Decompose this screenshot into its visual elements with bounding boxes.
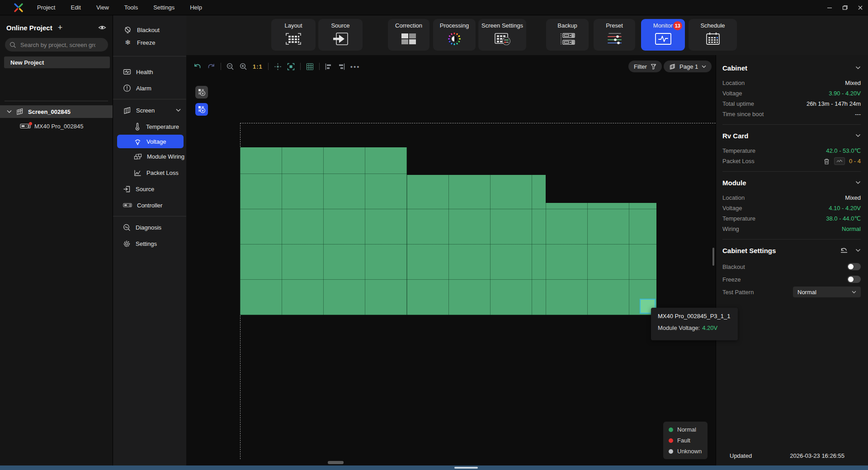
sidebar-item-diagnosis[interactable]: Diagnosis (113, 219, 186, 235)
sidebar-item-module-wiring[interactable]: Module Wiring (113, 148, 186, 164)
sidebar-item-controller[interactable]: Controller (113, 197, 186, 213)
sidebar-item-packet-loss[interactable]: Packet Loss (113, 164, 186, 181)
eye-icon[interactable] (98, 24, 106, 31)
settings-gear-icon (123, 240, 131, 248)
monitor-alert-badge: 13 (673, 21, 682, 30)
voltage-icon (134, 138, 142, 146)
divider (722, 124, 861, 125)
blackout-quick-action[interactable]: Blackout (113, 24, 186, 36)
zoom-in-icon[interactable] (240, 63, 247, 70)
menu-help[interactable]: Help (190, 4, 202, 11)
zoom-out-icon[interactable] (226, 63, 234, 70)
normal-dot (669, 428, 673, 432)
sidebar-item-settings[interactable]: Settings (113, 235, 186, 252)
ribbon-tab-schedule[interactable]: Schedule (689, 19, 737, 51)
more-options-icon[interactable]: ••• (350, 63, 360, 70)
ribbon-tab-monitor[interactable]: Monitor 13 (641, 19, 685, 51)
sidebar-item-health[interactable]: Health (113, 64, 186, 80)
app-logo-icon (14, 3, 24, 13)
taskbar-indicator (454, 467, 478, 469)
ribbon-tab-correction[interactable]: Correction (388, 19, 429, 51)
ribbon-tab-layout[interactable]: Layout (271, 19, 316, 51)
horizontal-scrollbar[interactable] (328, 461, 344, 464)
correction-icon (401, 30, 417, 47)
freeze-toggle[interactable] (847, 276, 861, 283)
chevron-down-icon[interactable] (176, 108, 181, 112)
menubar: Project Edit View Tools Settings Help (0, 0, 868, 15)
screen-boundary-top (240, 123, 716, 123)
monitor-canvas[interactable]: 1:1 ••• Filter (186, 55, 716, 465)
sidebar-item-voltage[interactable]: Voltage (117, 135, 184, 148)
vertical-scrollbar[interactable] (712, 248, 714, 266)
ribbon-tab-backup[interactable]: Backup (546, 19, 589, 51)
test-pattern-select[interactable]: Normal (793, 287, 861, 297)
packet-loss-chart-icon[interactable] (834, 157, 845, 165)
menu-edit[interactable]: Edit (71, 4, 80, 11)
rv-card-section-title: Rv Card (722, 132, 855, 140)
ribbon-tab-source[interactable]: Source (318, 19, 363, 51)
sidebar-item-alarm[interactable]: Alarm (113, 80, 186, 96)
undo-icon[interactable] (193, 63, 202, 70)
redo-icon[interactable] (207, 63, 215, 70)
chevron-down-icon[interactable] (855, 134, 861, 137)
tree-item-screen[interactable]: Screen_002845 (0, 105, 113, 118)
chevron-down-icon[interactable] (855, 181, 861, 184)
add-project-icon[interactable]: + (58, 24, 63, 31)
chevron-down-icon[interactable] (855, 249, 861, 252)
menu-tools[interactable]: Tools (124, 4, 138, 11)
blackout-toggle[interactable] (847, 263, 861, 270)
minimize-button[interactable] (822, 0, 837, 15)
sidebar-item-source[interactable]: Source (113, 181, 186, 197)
grid-icon[interactable] (306, 63, 314, 70)
divider (221, 63, 221, 70)
alarm-icon (123, 84, 131, 92)
chevron-down-icon[interactable] (855, 66, 861, 70)
menu-project[interactable]: Project (37, 4, 55, 11)
cabinet-voltage-view-button[interactable] (195, 86, 208, 99)
new-project-item[interactable]: New Project (4, 56, 110, 68)
sidebar-item-temperature[interactable]: Temperature (113, 118, 186, 135)
fit-selection-icon[interactable] (287, 63, 295, 70)
chevron-down-icon (852, 291, 856, 294)
filter-button[interactable]: Filter (628, 61, 662, 72)
search-input[interactable] (19, 41, 96, 49)
cabinet-block-2[interactable] (407, 175, 546, 315)
maximize-button[interactable] (837, 0, 853, 15)
pages-icon (669, 63, 676, 70)
legend-item-unknown: Unknown (669, 448, 702, 455)
cabinet-block-1[interactable] (240, 147, 407, 315)
vmp-app-window: Project Edit View Tools Settings Help La… (0, 0, 868, 470)
screen-settings-icon (494, 30, 511, 47)
monitor-sidebar: Blackout ❄ Freeze Health Alarm Screen (113, 15, 186, 465)
center-view-icon[interactable] (274, 63, 282, 70)
backup-icon (559, 30, 576, 47)
updated-timestamp: 2026-03-23 16:26:55 (790, 452, 844, 459)
reset-settings-icon[interactable] (840, 247, 848, 254)
close-button[interactable] (853, 0, 868, 15)
freeze-quick-action[interactable]: ❄ Freeze (113, 36, 186, 49)
align-right-icon[interactable] (338, 63, 345, 70)
sidebar-item-screen[interactable]: Screen (113, 102, 186, 118)
project-search (5, 38, 108, 52)
menu-settings[interactable]: Settings (153, 4, 175, 11)
health-icon (123, 68, 131, 76)
layout-icon (285, 30, 302, 47)
zoom-ratio-button[interactable]: 1:1 (253, 63, 263, 70)
freeze-icon: ❄ (124, 38, 132, 47)
controller-icon (123, 202, 132, 208)
fault-dot (669, 438, 673, 443)
page-selector[interactable]: Page 1 (664, 61, 712, 72)
menu-view[interactable]: View (96, 4, 109, 11)
cabinet-section-title: Cabinet (722, 64, 855, 72)
tree-item-device[interactable]: MX40 Pro_002845 (0, 120, 113, 132)
module-section-title: Module (722, 179, 855, 187)
ribbon-tab-preset[interactable]: Preset (594, 19, 635, 51)
align-left-icon[interactable] (325, 63, 332, 70)
ribbon-tab-screen-settings[interactable]: Screen Settings (478, 19, 526, 51)
clear-packet-loss-icon[interactable] (823, 158, 830, 165)
ribbon-tab-processing[interactable]: Processing (433, 19, 476, 51)
cabinet-block-3[interactable] (546, 203, 656, 315)
module-voltage-view-button[interactable] (195, 103, 208, 116)
chevron-down-icon[interactable] (7, 110, 12, 113)
project-sidebar: Online Project + New Project Screen_0028… (0, 15, 113, 465)
